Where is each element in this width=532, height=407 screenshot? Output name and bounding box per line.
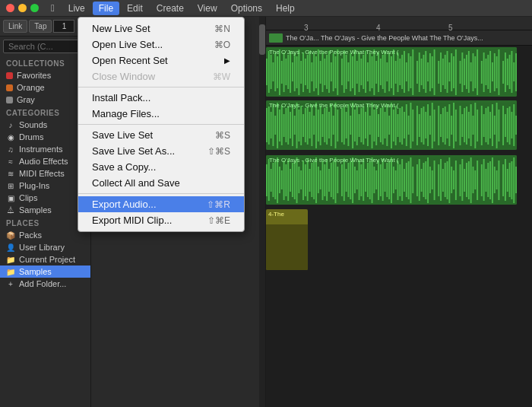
file-dropdown-menu[interactable]: New Live Set ⌘N Open Live Set... ⌘O Open…: [78, 17, 245, 232]
svg-rect-50: [373, 49, 375, 95]
menu-item-label: Install Pack...: [92, 92, 150, 103]
menu-item-label: Collect All and Save: [92, 177, 180, 189]
svg-rect-73: [425, 51, 426, 93]
svg-rect-11: [287, 55, 289, 89]
menubar-file[interactable]: File: [93, 2, 119, 15]
svg-rect-58: [391, 56, 392, 88]
svg-rect-202: [466, 107, 467, 145]
track-area: 3 4 5 The O'Ja... The O'Jays - Give the …: [266, 17, 532, 407]
link-button[interactable]: Link: [3, 20, 27, 33]
svg-rect-29: [326, 55, 328, 89]
tap-button[interactable]: Tap: [29, 20, 52, 33]
yellow-clip-bg: [266, 224, 308, 270]
menu-item-open-live-set[interactable]: Open Live Set... ⌘O: [78, 37, 244, 52]
menu-item-shortcut: ⌘N: [214, 24, 230, 34]
track-clip-1[interactable]: The O'Jays - Give the People What They W…: [266, 47, 517, 97]
sidebar-item-samples-place[interactable]: 📁 Samples: [0, 266, 90, 278]
svg-rect-75: [429, 53, 431, 91]
svg-rect-286: [399, 164, 401, 196]
menubar-live[interactable]: Live: [62, 2, 91, 15]
menu-item-manage-files[interactable]: Manage Files...: [78, 106, 244, 122]
menu-item-new-live-set[interactable]: New Live Set ⌘N: [78, 21, 244, 37]
sidebar-item-label: Clips: [19, 193, 37, 202]
svg-rect-261: [346, 169, 347, 192]
svg-rect-161: [372, 103, 373, 148]
svg-rect-298: [427, 157, 429, 203]
menu-item-save-live-set-as[interactable]: Save Live Set As... ⇧⌘S: [78, 143, 244, 159]
svg-rect-329: [502, 164, 504, 196]
close-button[interactable]: [6, 4, 14, 12]
sidebar-item-user-library[interactable]: 👤 User Library: [0, 241, 90, 253]
sidebar-item-add-folder[interactable]: + Add Folder...: [0, 278, 90, 290]
svg-rect-271: [367, 163, 369, 197]
menu-item-export-midi[interactable]: Export MIDI Clip... ⇧⌘E: [78, 212, 244, 228]
zoom-button[interactable]: [30, 4, 39, 12]
menubar-help[interactable]: Help: [270, 2, 301, 15]
svg-rect-107: [507, 59, 508, 85]
svg-rect-154: [356, 106, 358, 145]
svg-rect-324: [489, 161, 491, 199]
sidebar-item-packs[interactable]: 📦 Packs: [0, 229, 90, 241]
svg-rect-94: [474, 56, 476, 88]
svg-rect-283: [393, 167, 394, 193]
svg-rect-133: [309, 112, 311, 138]
svg-rect-317: [473, 167, 474, 193]
svg-rect-314: [466, 163, 467, 197]
menu-item-save-live-set[interactable]: Save Live Set ⌘S: [78, 127, 244, 143]
sidebar-item-label: MIDI Effects: [19, 169, 65, 178]
search-input[interactable]: [3, 40, 87, 53]
svg-rect-108: [509, 55, 511, 89]
svg-rect-95: [477, 49, 478, 95]
orange-dot: [6, 84, 13, 91]
svg-rect-225: [266, 164, 268, 196]
svg-rect-14: [294, 53, 296, 91]
track-clip-2[interactable]: The O'Jays - Give the People What They W…: [266, 100, 517, 150]
svg-rect-79: [440, 52, 442, 92]
svg-rect-111: [515, 53, 517, 91]
svg-rect-196: [451, 116, 452, 135]
svg-rect-269: [363, 159, 364, 201]
svg-rect-35: [341, 59, 343, 85]
svg-rect-41: [354, 49, 356, 95]
svg-rect-30: [328, 51, 330, 93]
svg-rect-208: [481, 106, 483, 145]
svg-rect-234: [285, 164, 287, 196]
svg-rect-127: [296, 103, 298, 148]
svg-rect-293: [416, 164, 418, 196]
menu-item-export-audio[interactable]: Export Audio... ⇧⌘R: [78, 196, 244, 212]
svg-rect-249: [318, 167, 319, 193]
svg-rect-5: [274, 53, 276, 91]
menubar-edit[interactable]: Edit: [121, 2, 149, 15]
menu-item-save-copy[interactable]: Save a Copy...: [78, 159, 244, 175]
menu-item-install-pack[interactable]: Install Pack...: [78, 90, 244, 106]
svg-rect-251: [322, 161, 324, 200]
track-clip-yellow[interactable]: 4-The: [266, 209, 308, 270]
menu-item-close-window[interactable]: Close Window ⌘W: [78, 68, 244, 84]
track-clip-3[interactable]: The O'Jays - Give the People What They W…: [266, 155, 517, 205]
sidebar-item-label: Gray: [17, 95, 35, 104]
svg-rect-36: [344, 51, 345, 93]
svg-rect-256: [333, 161, 334, 199]
apple-menu[interactable]: : [45, 2, 61, 14]
svg-rect-86: [455, 49, 457, 95]
svg-rect-284: [395, 170, 397, 189]
svg-rect-54: [382, 55, 384, 89]
svg-rect-281: [388, 161, 390, 199]
sidebar-item-label: Orange: [17, 83, 45, 92]
svg-rect-220: [509, 107, 511, 145]
svg-rect-254: [328, 169, 330, 192]
svg-rect-158: [365, 112, 366, 138]
menubar-options[interactable]: Options: [225, 2, 268, 15]
menubar-view[interactable]: View: [192, 2, 223, 15]
sidebar-item-current-project[interactable]: 📁 Current Project: [0, 253, 90, 266]
svg-rect-235: [287, 159, 289, 201]
sidebar-item-label: Current Project: [19, 255, 75, 264]
user-library-icon: 👤: [6, 243, 15, 252]
minimize-button[interactable]: [18, 4, 27, 12]
menubar-create[interactable]: Create: [150, 2, 190, 15]
menu-item-open-recent[interactable]: Open Recent Set ▶: [78, 52, 244, 68]
svg-rect-287: [401, 159, 403, 201]
menu-item-collect-all[interactable]: Collect All and Save: [78, 175, 244, 191]
svg-rect-100: [489, 51, 491, 93]
svg-rect-28: [324, 59, 325, 85]
